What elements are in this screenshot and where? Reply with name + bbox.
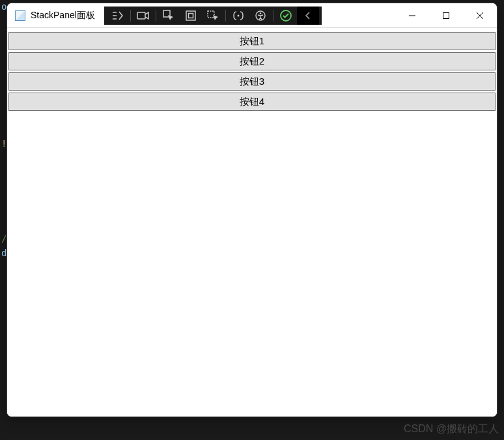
window-title: StackPanel面板 xyxy=(31,10,95,22)
track-focus-icon[interactable] xyxy=(202,7,224,25)
client-area: 按钮1 按钮2 按钮3 按钮4 xyxy=(7,28,497,417)
watermark: CSDN @搬砖的工人 xyxy=(404,422,499,436)
close-button[interactable] xyxy=(463,3,497,27)
button-3[interactable]: 按钮3 xyxy=(8,72,496,91)
svg-rect-4 xyxy=(208,11,214,18)
select-element-icon[interactable] xyxy=(158,7,180,25)
debug-toolbar xyxy=(104,7,322,25)
svg-point-7 xyxy=(260,12,262,14)
app-icon xyxy=(15,10,25,21)
separator xyxy=(225,10,226,22)
toggle-recorder-icon[interactable] xyxy=(132,7,154,25)
separator xyxy=(130,10,131,22)
separator xyxy=(156,10,156,22)
chevron-left-icon[interactable] xyxy=(297,7,319,25)
hot-reload-icon[interactable] xyxy=(275,7,297,25)
stack-panel: 按钮1 按钮2 按钮3 按钮4 xyxy=(8,32,496,111)
app-window: StackPanel面板 xyxy=(7,3,497,417)
button-1[interactable]: 按钮1 xyxy=(8,32,496,50)
display-layout-icon[interactable] xyxy=(180,7,202,25)
separator xyxy=(273,10,273,22)
svg-point-5 xyxy=(237,14,239,16)
svg-rect-0 xyxy=(137,12,145,19)
minimize-button[interactable] xyxy=(395,3,429,27)
go-to-live-tree-icon[interactable] xyxy=(107,7,129,25)
button-2[interactable]: 按钮2 xyxy=(8,52,496,70)
xaml-binding-icon[interactable] xyxy=(227,7,249,25)
svg-rect-3 xyxy=(188,13,193,18)
svg-rect-2 xyxy=(186,11,195,20)
accessibility-icon[interactable] xyxy=(249,7,272,25)
maximize-button[interactable] xyxy=(429,3,463,27)
button-4[interactable]: 按钮4 xyxy=(8,93,496,111)
titlebar[interactable]: StackPanel面板 xyxy=(7,3,497,28)
svg-rect-9 xyxy=(443,12,449,18)
window-controls xyxy=(395,3,497,27)
